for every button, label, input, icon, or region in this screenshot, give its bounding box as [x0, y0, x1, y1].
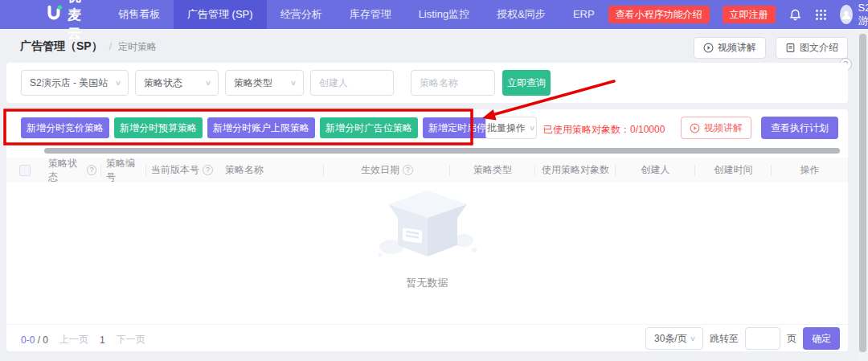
video-guide-button[interactable]: 视频讲解: [694, 37, 766, 59]
page-number-1[interactable]: 1: [100, 334, 105, 346]
shop-select[interactable]: S2演示店 - 美国站 ∨: [21, 70, 129, 96]
new-hourly-account-cap-strategy-button[interactable]: 新增分时账户上限策略: [207, 117, 315, 138]
chevron-down-icon: ∨: [290, 79, 297, 87]
col-strategy-status[interactable]: 策略状态 ?: [43, 158, 101, 183]
jump-label: 跳转至: [710, 332, 739, 346]
nav-item-listing-monitor[interactable]: Listing监控: [405, 0, 484, 29]
strategy-panel: 新增分时竞价策略 新增分时预算策略 新增分时账户上限策略 新增分时广告位策略 新…: [6, 109, 848, 351]
col-created-time[interactable]: 创建时间: [695, 158, 772, 183]
nav-item-ad-management[interactable]: 广告管理 (SP): [174, 0, 267, 29]
col-creator[interactable]: 创建人: [616, 158, 695, 183]
chevron-down-icon: ∨: [115, 79, 121, 87]
creator-input[interactable]: [310, 70, 394, 96]
breadcrumb-separator: /: [109, 41, 112, 52]
help-icon[interactable]: ?: [403, 165, 413, 175]
video-guide-label: 视频讲解: [718, 41, 756, 55]
chevron-down-icon: ∨: [690, 334, 696, 343]
miniprogram-intro-button[interactable]: 查看小程序功能介绍: [608, 6, 710, 23]
header-checkbox-cell: [6, 158, 43, 183]
col-usage-count[interactable]: 使用策略对象数: [535, 158, 616, 183]
col-label: 创建时间: [714, 163, 753, 177]
main-nav: 销售看板 广告管理 (SP) 经营分析 库存管理 Listing监控 授权&同步…: [104, 0, 608, 29]
shop-select-value: S2演示店 - 美国站: [30, 76, 108, 90]
col-label: 操作: [800, 163, 820, 177]
filter-bar: S2演示店 - 美国站 ∨ 策略状态 ∨ 策略类型 ∨ 立即查询: [6, 63, 848, 103]
page-size-select[interactable]: 30条/页 ∨: [645, 327, 703, 350]
select-all-checkbox[interactable]: [19, 165, 31, 176]
top-navbar: 优麦云 销售看板 广告管理 (SP) 经营分析 库存管理 Listing监控 授…: [0, 0, 868, 29]
vertical-scrollbar-track: [857, 29, 868, 361]
nav-item-erp[interactable]: ERP: [559, 0, 608, 29]
col-actions[interactable]: 操作: [772, 158, 848, 183]
strategy-type-select[interactable]: 策略类型 ∨: [225, 70, 304, 96]
vertical-scrollbar-thumb[interactable]: [859, 34, 866, 352]
col-strategy-type[interactable]: 策略类型: [450, 158, 535, 183]
new-hourly-placement-strategy-button[interactable]: 新增分时广告位策略: [320, 117, 418, 138]
help-icon[interactable]: ?: [87, 165, 96, 175]
usage-counter: 已使用策略对象数：0/10000: [543, 123, 665, 137]
nav-item-inventory[interactable]: 库存管理: [336, 0, 405, 29]
toolbar-video-guide-button[interactable]: 视频讲解: [681, 117, 751, 139]
nav-item-auth-sync[interactable]: 授权&同步: [483, 0, 559, 29]
page-size-value: 30条/页: [654, 332, 687, 346]
col-label: 使用策略对象数: [542, 163, 609, 177]
navbar-right: 查看小程序功能介绍 立即注册 S2游客: [608, 2, 868, 28]
breadcrumb-row: 广告管理（SP） / 定时策略 视频讲解 图文介绍: [0, 32, 868, 61]
empty-box-icon: [367, 186, 488, 266]
horizontal-scrollbar[interactable]: [44, 148, 840, 154]
new-hourly-bid-strategy-button[interactable]: 新增分时竞价策略: [21, 117, 109, 138]
strategy-type-value: 策略类型: [234, 76, 272, 90]
strategy-status-select[interactable]: 策略状态 ∨: [135, 70, 219, 96]
pagination-right: 30条/页 ∨ 跳转至 页 确定: [645, 327, 840, 350]
col-label: 当前版本号: [151, 163, 199, 177]
search-button[interactable]: 立即查询: [502, 70, 551, 96]
col-label: 生效日期: [361, 163, 399, 177]
prev-page-button[interactable]: 上一页: [59, 333, 88, 347]
doc-intro-button[interactable]: 图文介绍: [776, 37, 848, 59]
pagination-left: 0-0 / 0 上一页 1 下一页: [21, 333, 145, 347]
col-label: 创建人: [641, 163, 670, 177]
chevron-down-icon: ∨: [529, 124, 535, 132]
breadcrumb-section[interactable]: 广告管理（SP）: [20, 39, 103, 54]
col-current-version[interactable]: 当前版本号 ?: [146, 158, 220, 183]
pagination-bar: 0-0 / 0 上一页 1 下一页 30条/页 ∨ 跳转至 页 确定: [6, 324, 848, 351]
avatar: [840, 5, 853, 24]
range-total: / 0: [38, 334, 48, 346]
breadcrumb: 广告管理（SP） / 定时策略: [20, 39, 157, 54]
new-strategy-buttons: 新增分时竞价策略 新增分时预算策略 新增分时账户上限策略 新增分时广告位策略 新…: [21, 117, 511, 138]
apps-grid-icon[interactable]: [815, 7, 827, 22]
view-execution-plan-button[interactable]: 查看执行计划: [761, 117, 838, 139]
user-menu[interactable]: S2游客: [840, 2, 868, 28]
jump-page-input[interactable]: [745, 327, 780, 350]
result-range: 0-0 / 0: [21, 334, 48, 346]
col-label: 策略编号: [106, 157, 141, 184]
new-hourly-budget-strategy-button[interactable]: 新增分时预算策略: [114, 117, 203, 138]
register-button[interactable]: 立即注册: [723, 6, 776, 23]
jump-confirm-button[interactable]: 确定: [803, 327, 840, 350]
table-header: 策略状态 ? 策略编号 当前版本号 ? 策略名称 生效日期 ? 策略类型 使用策…: [6, 158, 848, 183]
doc-intro-label: 图文介绍: [800, 41, 838, 55]
toolbar-video-guide-label: 视频讲解: [704, 121, 743, 135]
nav-item-business-analysis[interactable]: 经营分析: [267, 0, 336, 29]
col-strategy-id[interactable]: 策略编号: [101, 158, 146, 183]
strategy-toolbar: 新增分时竞价策略 新增分时预算策略 新增分时账户上限策略 新增分时广告位策略 新…: [6, 117, 848, 140]
empty-state: 暂无数据: [6, 186, 848, 290]
col-effective-date[interactable]: 生效日期 ?: [324, 158, 450, 183]
nav-item-sales-board[interactable]: 销售看板: [104, 0, 174, 29]
page-actions: 视频讲解 图文介绍: [694, 37, 848, 59]
page-unit-label: 页: [787, 332, 796, 346]
col-strategy-name[interactable]: 策略名称: [220, 158, 324, 183]
logo-icon: [45, 4, 63, 26]
col-label: 策略状态: [48, 157, 84, 184]
batch-operation-label: 批量操作: [487, 121, 526, 135]
batch-operation-dropdown[interactable]: 批量操作 ∨: [485, 117, 537, 139]
strategy-status-value: 策略状态: [144, 76, 182, 90]
notification-bell-icon[interactable]: [788, 7, 802, 22]
next-page-button[interactable]: 下一页: [117, 333, 145, 347]
breadcrumb-page: 定时策略: [118, 40, 157, 54]
strategy-name-input[interactable]: [411, 70, 495, 96]
help-icon[interactable]: ?: [203, 165, 213, 175]
col-label: 策略名称: [225, 163, 264, 177]
chevron-down-icon: ∨: [205, 79, 211, 87]
col-label: 策略类型: [473, 163, 512, 177]
